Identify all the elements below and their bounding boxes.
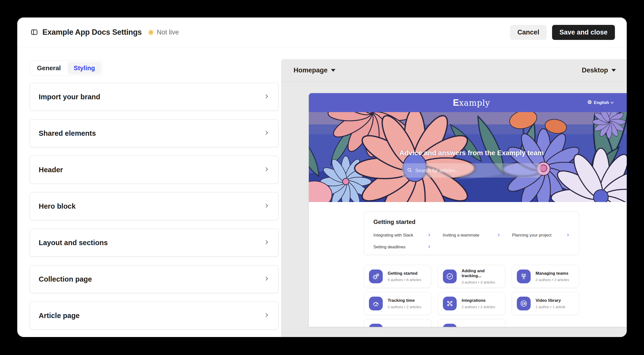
collections-grid: Getting started 5 authors • 8 articles [364, 265, 579, 327]
collection-card[interactable]: Tracking time 2 authors • 2 articles [364, 292, 431, 315]
tab-styling[interactable]: Styling [68, 62, 101, 74]
preview-pane: Homepage Desktop Examply [281, 59, 627, 337]
chevron-right-icon [264, 203, 270, 209]
logo-text: E [453, 98, 459, 108]
chevron-right-icon [264, 167, 270, 173]
section-shared-elements[interactable]: Shared elements [30, 119, 278, 147]
collection-card[interactable]: Installation [364, 319, 431, 327]
status-label: Not live [157, 28, 179, 36]
video-camera-icon [517, 297, 531, 311]
section-label: Hero block [39, 202, 76, 210]
language-label: English [594, 100, 609, 105]
chevron-down-icon [610, 100, 614, 104]
chevron-right-icon [428, 233, 431, 238]
section-collection-page[interactable]: Collection page [30, 265, 278, 293]
chevron-right-icon [428, 245, 431, 249]
tools-icon [443, 297, 457, 311]
chevron-down-icon [331, 69, 336, 72]
getting-started-panel: Getting started Integrating with Slack I… [364, 211, 579, 255]
settings-window: Example App Docs Settings Not live Cance… [17, 17, 627, 337]
site-preview-card: Examply English [309, 93, 627, 327]
section-article-page[interactable]: Article page [30, 302, 278, 330]
getting-started-title: Getting started [374, 219, 570, 225]
chevron-right-icon [497, 233, 500, 238]
page-selector-label: Homepage [294, 66, 328, 74]
site-logo[interactable]: Examply [453, 98, 490, 108]
browser-window-icon [369, 324, 383, 327]
check-circle-icon [443, 270, 457, 283]
device-selector-dropdown[interactable]: Desktop [582, 66, 616, 74]
header-actions: Cancel Save and close [510, 25, 615, 40]
section-label: Import your brand [39, 93, 100, 101]
globe-icon [587, 100, 592, 105]
section-import-your-brand[interactable]: Import your brand [30, 83, 278, 111]
section-label: Article page [39, 312, 80, 320]
collection-card[interactable]: Integrations 2 authors • 2 articles [438, 292, 505, 315]
collection-card[interactable]: Getting started 5 authors • 8 articles [364, 265, 431, 288]
search-icon [407, 167, 412, 174]
hero-floral-illustration [309, 112, 627, 202]
preview-pane-header: Homepage Desktop [281, 59, 627, 82]
team-icon [517, 270, 531, 283]
styling-section-list: Import your brand Shared elements Header… [30, 83, 278, 330]
section-hero-block[interactable]: Hero block [30, 192, 278, 220]
section-label: Collection page [39, 275, 92, 283]
chevron-down-icon [612, 69, 616, 72]
hero-title: Advice and answers from the Examply team [309, 149, 627, 157]
collection-card[interactable]: Managing teams 2 authors • 2 articles [512, 265, 579, 288]
search-input[interactable] [415, 168, 536, 173]
speedometer-icon [369, 297, 383, 311]
page-selector-dropdown[interactable]: Homepage [294, 66, 336, 74]
hero-block: Advice and answers from the Examply team [309, 112, 627, 202]
collection-card[interactable]: Beta releases [438, 319, 505, 327]
chevron-right-icon [264, 94, 270, 100]
save-and-close-button[interactable]: Save and close [552, 25, 615, 40]
section-label: Layout and sections [39, 239, 108, 247]
search-bar[interactable] [402, 163, 541, 178]
chevron-right-icon [264, 276, 270, 282]
settings-tabs: General Styling [30, 60, 102, 76]
collection-card[interactable]: Video library 1 author • 1 article [512, 292, 579, 315]
sidebar-toggle-button[interactable] [30, 28, 38, 36]
quick-link[interactable]: Inviting a teammate [443, 233, 500, 238]
section-layout-and-sections[interactable]: Layout and sections [30, 229, 278, 257]
site-header: Examply English [309, 93, 627, 112]
quick-link[interactable]: Setting deadlines [374, 245, 431, 250]
chevron-right-icon [264, 130, 270, 136]
chevron-right-icon [566, 233, 570, 238]
status-dot-icon [149, 30, 153, 34]
quick-link[interactable]: Planning your project [512, 233, 570, 238]
sidebar-layout-icon [30, 28, 38, 36]
collection-card[interactable]: Adding and tracking... 3 authors • 3 art… [438, 265, 505, 288]
chevron-right-icon [264, 240, 270, 246]
section-header[interactable]: Header [30, 156, 278, 184]
status-badge: Not live [149, 28, 179, 36]
cancel-button[interactable]: Cancel [510, 25, 547, 40]
section-label: Shared elements [39, 129, 96, 137]
browser-window-icon [443, 324, 457, 327]
screen-background: Example App Docs Settings Not live Cance… [0, 0, 644, 355]
quick-link[interactable]: Integrating with Slack [374, 233, 431, 238]
section-label: Header [39, 166, 63, 174]
device-selector-label: Desktop [582, 66, 608, 74]
app-header: Example App Docs Settings Not live Cance… [17, 17, 627, 47]
chevron-right-icon [264, 312, 270, 319]
language-selector[interactable]: English [587, 93, 613, 112]
tab-general[interactable]: General [31, 62, 67, 74]
gear-icon [369, 270, 383, 283]
page-title: Example App Docs Settings [42, 28, 142, 37]
site-body: Getting started Integrating with Slack I… [309, 202, 627, 327]
